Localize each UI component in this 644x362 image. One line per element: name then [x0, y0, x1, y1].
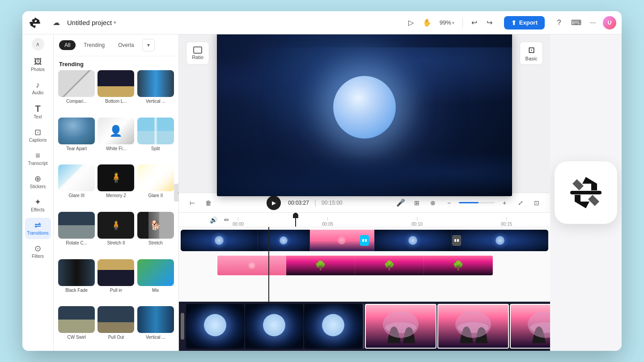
transition-item-whitefl[interactable]: 👤 White Fl...	[97, 118, 134, 162]
transition-item-pullout[interactable]: Pull Out	[97, 306, 134, 351]
svg-rect-4	[457, 239, 459, 242]
subtitle-btn[interactable]: ⊡	[530, 197, 543, 209]
hand-tool-btn[interactable]: ✋	[420, 16, 434, 30]
zoom-out-btn[interactable]: −	[443, 197, 455, 209]
transition-marker[interactable]	[360, 235, 369, 246]
video-frame-4	[374, 230, 452, 251]
sub-frame-2: 🌳	[286, 256, 355, 275]
help-btn[interactable]: ?	[552, 16, 566, 30]
redo-btn[interactable]: ↪	[483, 16, 497, 30]
sub-frame-1	[217, 256, 286, 275]
sidebar-item-photos[interactable]: 🖼 Photos	[25, 54, 51, 76]
user-avatar[interactable]: U	[603, 16, 616, 29]
transitions-panel: All Trending Overla ▾ Trending Compari..…	[54, 34, 179, 351]
transition-item-stretch[interactable]: 🐕 Stretch	[137, 212, 174, 257]
transition-item-split[interactable]: Split	[137, 118, 174, 162]
playhead-line	[268, 227, 269, 302]
filter-dropdown-btn[interactable]: ▾	[142, 39, 155, 51]
select-tool-btn[interactable]: ▷	[404, 16, 418, 30]
sidebar-item-filters[interactable]: ⊙ Filters	[25, 241, 51, 262]
sidebar-item-transitions[interactable]: ⇌ Transitions	[25, 218, 51, 239]
transition-item-stretch2[interactable]: 🧍 Stretch II	[97, 212, 134, 257]
undo-btn[interactable]: ↩	[467, 16, 482, 30]
export-button[interactable]: ⬆ Export	[504, 16, 545, 29]
svg-point-5	[385, 322, 416, 333]
transition-item-blackfade[interactable]: Black Fade	[58, 259, 95, 304]
main-clip[interactable]	[181, 230, 548, 251]
timeline-ruler: 🔊 ✏ 00:00 00:05	[179, 213, 550, 227]
transition-marker-2[interactable]	[452, 235, 461, 246]
sidebar-item-text[interactable]: T Text	[25, 101, 51, 123]
sidebar-item-stickers[interactable]: ⊕ Stickers	[25, 171, 51, 193]
grid-btn[interactable]: ⊞	[411, 197, 423, 209]
thumb-stretch2: 🧍	[97, 212, 134, 239]
sidebar-item-effects[interactable]: ✦ Effects	[25, 194, 51, 216]
thumb-stretch: 🐕	[137, 212, 174, 239]
center-content: Ratio ⊡ Basic	[179, 34, 550, 351]
filmstrip-frame-1	[186, 304, 244, 349]
transition-item-tear[interactable]: Tear Apart	[58, 118, 95, 162]
zoom-slider[interactable]	[459, 202, 495, 203]
app-logo	[28, 16, 42, 30]
transition-item-vertical2[interactable]: Vertical ...	[137, 306, 174, 351]
transitions-grid: Compari... Bottom L... Vertical ... Tear…	[54, 70, 178, 351]
ratio-btn[interactable]: Ratio	[186, 42, 209, 65]
transition-item-mix[interactable]: Mix	[137, 259, 174, 304]
link-btn[interactable]: ⊗	[427, 197, 439, 209]
capcut-logo-svg	[564, 175, 608, 210]
basic-panel: ⊡ Basic	[520, 42, 543, 65]
preview-area: Ratio ⊡ Basic	[179, 34, 550, 193]
filter-all[interactable]: All	[59, 40, 76, 50]
sub-track-clip[interactable]: 🌳 🌳 🌳	[216, 255, 494, 276]
expand-btn[interactable]: ⤢	[514, 197, 527, 209]
edit-btn[interactable]: ✏	[220, 214, 233, 226]
filmstrip-scroll-left[interactable]	[181, 313, 184, 340]
zoom-in-btn[interactable]: +	[498, 197, 511, 209]
transition-item-rotatec[interactable]: Rotate C...	[58, 212, 95, 257]
mic-btn[interactable]: 🎤	[394, 197, 407, 209]
transition-item-cwswirl[interactable]: CW Swirl	[58, 306, 95, 351]
filmstrip-divider	[363, 304, 364, 349]
transition-item-comparil[interactable]: Compari...	[58, 70, 95, 115]
sidebar-item-captions[interactable]: ⊡ Captions	[25, 125, 51, 146]
basic-icon: ⊡	[528, 45, 535, 55]
panel-collapse-handle[interactable]: ›	[174, 184, 179, 202]
sub-frame-4: 🌳	[424, 256, 493, 275]
keyboard-shortcuts-btn[interactable]: ⌨	[569, 16, 583, 30]
delete-btn[interactable]: 🗑	[202, 197, 215, 209]
volume-btn[interactable]: 🔊	[208, 214, 220, 226]
video-frame-5	[452, 230, 548, 251]
filter-overlays[interactable]: Overla	[113, 40, 139, 50]
more-options-btn[interactable]: ···	[586, 16, 600, 30]
transition-item-glare2[interactable]: Glare II	[137, 164, 174, 209]
tracks-content: 🌳 🌳 🌳	[179, 227, 550, 302]
filter-trending[interactable]: Trending	[78, 40, 110, 50]
ruler-mark-10: 00:10	[411, 217, 423, 227]
sidebar-collapse-btn[interactable]: ∧	[32, 38, 44, 51]
topbar-tools: ▷ ✋ 99% ▾ ↩ ↪	[404, 16, 497, 30]
save-cloud-btn[interactable]: ☁	[49, 16, 64, 30]
svg-rect-3	[454, 239, 456, 242]
video-frame-1	[181, 230, 258, 251]
transition-item-memory2[interactable]: 🧍 Memory 2	[97, 164, 134, 209]
zoom-level-selector[interactable]: 99% ▾	[436, 17, 458, 28]
transition-item-glare3[interactable]: Glare III	[58, 164, 95, 209]
video-preview	[217, 34, 512, 196]
play-btn[interactable]: ▶	[267, 196, 281, 210]
svg-rect-2	[365, 239, 367, 242]
thumb-split	[137, 118, 174, 144]
sidebar-item-transcript[interactable]: ≡ Transcript	[25, 148, 51, 169]
transition-item-bottoml[interactable]: Bottom L...	[97, 70, 134, 115]
zoom-track	[459, 202, 479, 203]
sidebar-item-audio[interactable]: ♪ Audio	[25, 77, 51, 99]
thumb-bottoml	[97, 70, 134, 97]
text-icon: T	[35, 104, 40, 113]
thumb-glare3	[58, 164, 95, 191]
thumb-tear	[58, 118, 95, 144]
project-name-area[interactable]: Untitled project ▾	[67, 19, 116, 26]
transition-item-pullin[interactable]: Pull in	[97, 259, 134, 304]
trim-btn[interactable]: ⊢	[186, 197, 199, 209]
audio-icon: ♪	[36, 81, 40, 89]
basic-btn[interactable]: ⊡ Basic	[520, 42, 543, 65]
transition-item-vertical1[interactable]: Vertical ...	[137, 70, 174, 115]
